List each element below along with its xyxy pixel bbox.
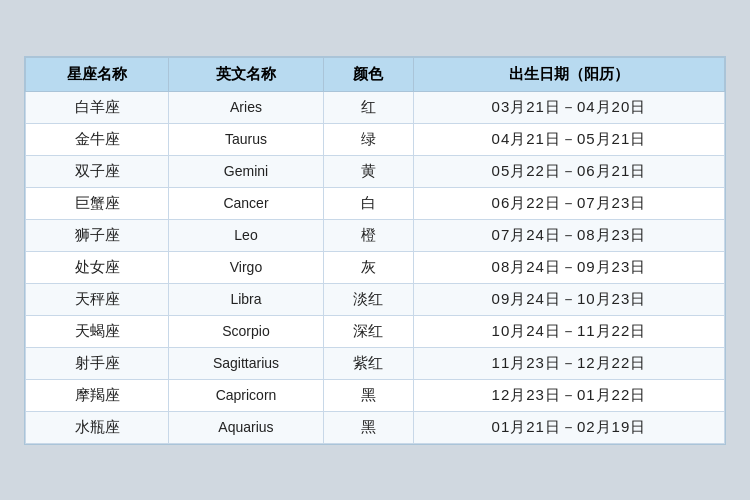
cell-en-name: Libra	[169, 283, 323, 315]
cell-en-name: Cancer	[169, 187, 323, 219]
cell-date: 01月21日－02月19日	[413, 411, 724, 443]
table-row: 水瓶座Aquarius黑01月21日－02月19日	[26, 411, 725, 443]
cell-en-name: Aries	[169, 91, 323, 123]
table-row: 金牛座Taurus绿04月21日－05月21日	[26, 123, 725, 155]
cell-color: 绿	[323, 123, 413, 155]
cell-zh-name: 天秤座	[26, 283, 169, 315]
table-row: 天蝎座Scorpio深红10月24日－11月22日	[26, 315, 725, 347]
table-row: 射手座Sagittarius紫红11月23日－12月22日	[26, 347, 725, 379]
cell-color: 淡红	[323, 283, 413, 315]
cell-en-name: Gemini	[169, 155, 323, 187]
cell-en-name: Aquarius	[169, 411, 323, 443]
cell-en-name: Taurus	[169, 123, 323, 155]
table-row: 巨蟹座Cancer白06月22日－07月23日	[26, 187, 725, 219]
zodiac-table-wrapper: 星座名称 英文名称 颜色 出生日期（阳历） 白羊座Aries红03月21日－04…	[24, 56, 726, 445]
cell-date: 06月22日－07月23日	[413, 187, 724, 219]
table-row: 白羊座Aries红03月21日－04月20日	[26, 91, 725, 123]
cell-color: 红	[323, 91, 413, 123]
cell-date: 08月24日－09月23日	[413, 251, 724, 283]
header-date: 出生日期（阳历）	[413, 57, 724, 91]
table-row: 处女座Virgo灰08月24日－09月23日	[26, 251, 725, 283]
cell-date: 09月24日－10月23日	[413, 283, 724, 315]
cell-color: 黄	[323, 155, 413, 187]
table-row: 天秤座Libra淡红09月24日－10月23日	[26, 283, 725, 315]
cell-en-name: Capricorn	[169, 379, 323, 411]
table-row: 狮子座Leo橙07月24日－08月23日	[26, 219, 725, 251]
cell-color: 深红	[323, 315, 413, 347]
cell-zh-name: 巨蟹座	[26, 187, 169, 219]
cell-zh-name: 金牛座	[26, 123, 169, 155]
header-color: 颜色	[323, 57, 413, 91]
table-row: 摩羯座Capricorn黑12月23日－01月22日	[26, 379, 725, 411]
cell-date: 05月22日－06月21日	[413, 155, 724, 187]
cell-date: 11月23日－12月22日	[413, 347, 724, 379]
cell-zh-name: 射手座	[26, 347, 169, 379]
cell-zh-name: 白羊座	[26, 91, 169, 123]
cell-zh-name: 双子座	[26, 155, 169, 187]
cell-date: 03月21日－04月20日	[413, 91, 724, 123]
zodiac-table: 星座名称 英文名称 颜色 出生日期（阳历） 白羊座Aries红03月21日－04…	[25, 57, 725, 444]
cell-date: 04月21日－05月21日	[413, 123, 724, 155]
cell-zh-name: 天蝎座	[26, 315, 169, 347]
header-en-name: 英文名称	[169, 57, 323, 91]
cell-color: 橙	[323, 219, 413, 251]
cell-date: 12月23日－01月22日	[413, 379, 724, 411]
cell-color: 紫红	[323, 347, 413, 379]
cell-en-name: Scorpio	[169, 315, 323, 347]
cell-color: 白	[323, 187, 413, 219]
cell-color: 黑	[323, 379, 413, 411]
table-body: 白羊座Aries红03月21日－04月20日金牛座Taurus绿04月21日－0…	[26, 91, 725, 443]
cell-date: 07月24日－08月23日	[413, 219, 724, 251]
cell-date: 10月24日－11月22日	[413, 315, 724, 347]
table-header-row: 星座名称 英文名称 颜色 出生日期（阳历）	[26, 57, 725, 91]
table-row: 双子座Gemini黄05月22日－06月21日	[26, 155, 725, 187]
cell-en-name: Sagittarius	[169, 347, 323, 379]
cell-en-name: Virgo	[169, 251, 323, 283]
cell-color: 黑	[323, 411, 413, 443]
header-zh-name: 星座名称	[26, 57, 169, 91]
cell-zh-name: 狮子座	[26, 219, 169, 251]
cell-zh-name: 摩羯座	[26, 379, 169, 411]
cell-color: 灰	[323, 251, 413, 283]
cell-en-name: Leo	[169, 219, 323, 251]
cell-zh-name: 水瓶座	[26, 411, 169, 443]
cell-zh-name: 处女座	[26, 251, 169, 283]
